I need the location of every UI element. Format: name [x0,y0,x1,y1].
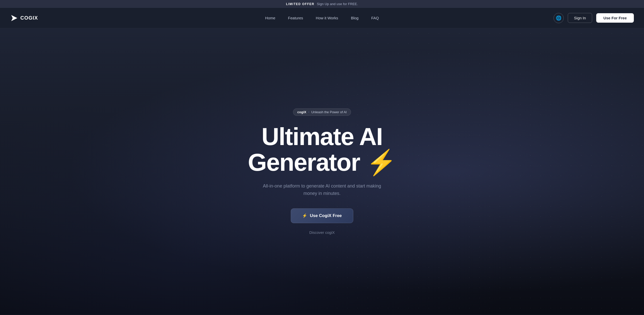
hero-subtitle: All-in-one platform to generate AI conte… [261,182,383,197]
hero-title: Ultimate AI Generator ⚡ [248,124,396,175]
cta-button[interactable]: ⚡ Use CogiX Free [291,208,353,223]
svg-marker-0 [11,15,17,21]
navbar: COGIX Home Features How it Works Blog FA… [0,8,644,28]
discover-link[interactable]: Discover cogiX [309,230,335,235]
logo-area: COGIX [10,14,38,22]
hero-badge: cogiX • Unleash the Power of AI [293,108,351,116]
nav-home[interactable]: Home [265,16,275,20]
badge-separator: • [308,111,309,113]
nav-features[interactable]: Features [288,16,303,20]
hero-title-line1: Ultimate AI [262,123,382,150]
nav-faq[interactable]: FAQ [371,16,379,20]
banner-highlight: LIMITED OFFER [286,2,314,6]
signin-button[interactable]: Sign In [568,13,592,23]
hero-title-line2: Generator [248,149,360,176]
logo-icon [10,14,18,22]
cta-label: Use CogiX Free [310,213,342,218]
nav-links: Home Features How it Works Blog FAQ [265,16,379,20]
use-free-button[interactable]: Use For Free [596,13,634,23]
hero-section: cogiX • Unleash the Power of AI Ultimate… [0,28,644,315]
top-banner: LIMITED OFFER Sign Up and use for FREE. [0,0,644,8]
lightning-icon: ⚡ [366,150,396,175]
navbar-actions: 🌐 Sign In Use For Free [554,13,634,23]
badge-text: Unleash the Power of AI [311,110,347,114]
banner-text: Sign Up and use for FREE. [317,2,358,6]
logo-text: COGIX [20,15,38,21]
cta-lightning-icon: ⚡ [302,213,307,218]
badge-brand: cogiX [297,110,306,114]
nav-how-it-works[interactable]: How it Works [316,16,338,20]
language-button[interactable]: 🌐 [554,13,564,23]
nav-blog[interactable]: Blog [351,16,359,20]
globe-icon: 🌐 [556,15,561,21]
